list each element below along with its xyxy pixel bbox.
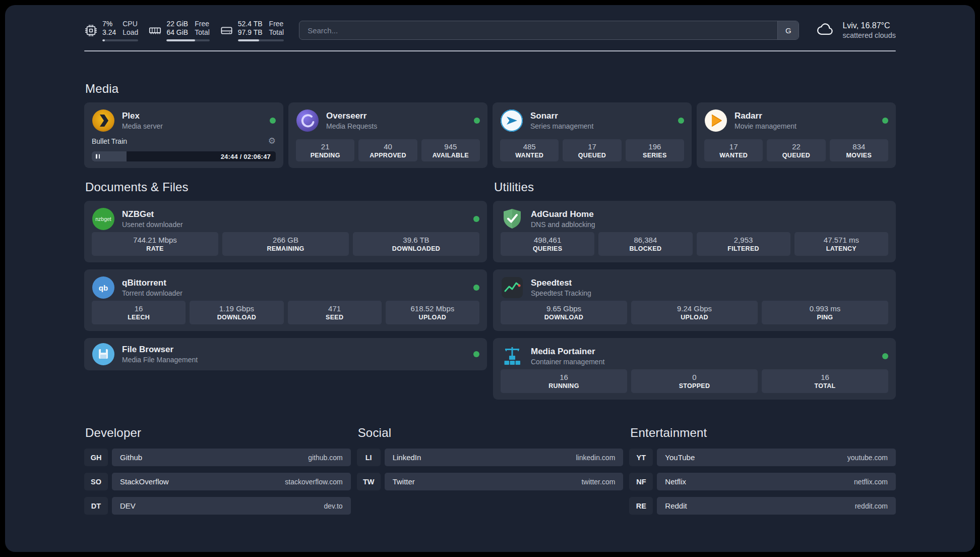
app-card-sonarr[interactable]: Sonarr Series management 485 WANTED 17 Q… (493, 102, 692, 168)
search-input[interactable] (299, 21, 777, 39)
bookmark-pill: DEV dev.to (112, 497, 351, 515)
app-card-speedtest[interactable]: Speedtest Speedtest Tracking 9.65 Gbps D… (493, 269, 896, 331)
bookmark-pill: StackOverflow stackoverflow.com (112, 473, 351, 490)
stat-ping: 0.993 ms PING (762, 301, 888, 324)
stat-leech: 16 LEECH (92, 301, 186, 324)
app-card-radarr[interactable]: Radarr Movie management 17 WANTED 22 QUE… (697, 102, 896, 168)
app-description: Series management (530, 122, 593, 131)
stat-upload: 618.52 Mbps UPLOAD (386, 301, 479, 324)
stat-latency: 47.571 ms LATENCY (794, 232, 888, 256)
nzbget-icon-text: nzbget (95, 216, 111, 222)
storage-free-value: 52.4 TB (238, 20, 263, 28)
bookmark-reddit[interactable]: RE Reddit reddit.com (629, 497, 896, 515)
status-dot-online (270, 118, 276, 124)
section-title-entertainment: Entertainment (630, 426, 896, 440)
stat-approved: 40 APPROVED (358, 139, 417, 161)
status-dot-online (473, 285, 479, 291)
bookmark-pill: Netflix netflix.com (657, 473, 896, 490)
speedtest-icon (501, 276, 524, 299)
radarr-icon (704, 109, 727, 132)
app-name: Media Portainer (531, 346, 604, 357)
section-title-social: Social (358, 426, 624, 440)
storage-monitor: 52.4 TB 97.9 TB Free Total (220, 20, 284, 41)
pause-icon[interactable] (96, 154, 100, 159)
bookmark-youtube[interactable]: YT YouTube youtube.com (629, 449, 896, 466)
app-card-plex[interactable]: Plex Media server Bullet Train ⚙ 24:44 /… (84, 102, 283, 168)
app-card-overseerr[interactable]: Overseerr Media Requests 21 PENDING 40 A… (288, 102, 487, 168)
app-card-filebrowser[interactable]: File Browser Media File Management (84, 338, 487, 370)
gear-icon[interactable]: ⚙ (268, 137, 276, 145)
now-playing-title: Bullet Train (92, 137, 127, 145)
stat-total: 16 TOTAL (762, 369, 888, 393)
status-dot-online (473, 216, 479, 222)
stat-queries: 498,461 QUERIES (501, 232, 594, 256)
app-description: Container management (531, 357, 604, 366)
section-developer: Developer GH Github github.com SO StackO… (84, 426, 351, 515)
bookmark-stackoverflow[interactable]: SO StackOverflow stackoverflow.com (84, 473, 351, 490)
stat-stopped: 0 STOPPED (631, 369, 758, 393)
bookmark-pill: LinkedIn linkedin.com (385, 449, 624, 466)
app-card-portainer[interactable]: Media Portainer Container management 16 … (493, 338, 896, 400)
memory-monitor: 22 GiB 64 GiB Free Total (148, 20, 209, 41)
bookmark-dev[interactable]: DT DEV dev.to (84, 497, 351, 515)
app-name: Overseerr (326, 110, 377, 122)
bookmark-abbr: LI (357, 449, 381, 466)
stat-seed: 471 SEED (288, 301, 382, 324)
app-name: NZBGet (122, 209, 183, 220)
app-card-qbittorrent[interactable]: qb qBittorrent Torrent downloader 16 LEE… (84, 269, 487, 331)
bookmark-twitter[interactable]: TW Twitter twitter.com (357, 473, 624, 490)
bookmark-linkedin[interactable]: LI LinkedIn linkedin.com (357, 449, 624, 466)
storage-free-label: Free (269, 20, 284, 28)
storage-total-value: 97.9 TB (238, 28, 263, 37)
memory-total-value: 64 GiB (166, 28, 188, 37)
search-engine-button[interactable]: G (777, 21, 799, 39)
storage-total-label: Total (269, 28, 284, 37)
app-card-nzbget[interactable]: nzbget NZBGet Usenet downloader 744.21 M… (84, 201, 487, 262)
bookmark-pill: YouTube youtube.com (657, 449, 896, 466)
cpu-icon (84, 24, 98, 37)
overseerr-icon (296, 109, 319, 132)
top-bar: 7% 3.24 CPU Load (84, 18, 896, 42)
status-dot-online (882, 353, 888, 359)
section-documents: Documents & Files nzbget NZBGet U (84, 180, 487, 400)
stat-rate: 744.21 Mbps RATE (92, 232, 218, 256)
storage-usage-bar (238, 39, 284, 41)
header-divider (84, 50, 896, 51)
stat-wanted: 485 WANTED (500, 139, 559, 161)
section-entertainment: Entertainment YT YouTube youtube.com NF … (629, 426, 896, 515)
cpu-label: CPU (122, 20, 138, 28)
qbittorrent-icon-text: qb (99, 284, 108, 292)
dashboard: 7% 3.24 CPU Load (5, 5, 975, 552)
weather-location: Lviv, 16.87°C (842, 20, 896, 31)
stat-remaining: 266 GB REMAINING (222, 232, 349, 256)
stat-download: 9.65 Gbps DOWNLOAD (501, 301, 627, 324)
cloud-icon (814, 20, 836, 40)
section-title-developer: Developer (85, 426, 351, 440)
stat-wanted: 17 WANTED (704, 139, 763, 161)
app-card-adguard[interactable]: AdGuard Home DNS and adblocking 498,461 … (493, 201, 896, 262)
stat-downloaded: 39.6 TB DOWNLOADED (353, 232, 479, 256)
cpu-monitor: 7% 3.24 CPU Load (84, 20, 138, 41)
playback-time: 24:44 / 02:06:47 (221, 153, 271, 160)
adguard-icon (501, 207, 524, 231)
cpu-load-label: Load (122, 28, 138, 37)
app-description: Movie management (734, 122, 797, 131)
bookmark-github[interactable]: GH Github github.com (84, 449, 351, 466)
app-description: Speedtest Tracking (531, 289, 591, 298)
bookmark-abbr: YT (629, 449, 653, 466)
nzbget-icon: nzbget (92, 207, 115, 231)
app-description: Torrent downloader (122, 289, 182, 298)
app-name: AdGuard Home (531, 209, 595, 220)
stat-download: 1.19 Gbps DOWNLOAD (190, 301, 283, 324)
app-name: File Browser (122, 344, 198, 355)
section-title-utilities: Utilities (494, 180, 896, 194)
weather-widget: Lviv, 16.87°C scattered clouds (814, 20, 896, 40)
bookmark-pill: Github github.com (112, 449, 351, 466)
app-description: Usenet downloader (122, 220, 183, 229)
section-social: Social LI LinkedIn linkedin.com TW Twitt… (357, 426, 624, 515)
app-description: Media Requests (326, 122, 377, 131)
bookmark-netflix[interactable]: NF Netflix netflix.com (629, 473, 896, 490)
memory-usage-bar (166, 39, 209, 41)
section-media: Media (84, 82, 896, 168)
cpu-usage-bar (102, 39, 138, 41)
